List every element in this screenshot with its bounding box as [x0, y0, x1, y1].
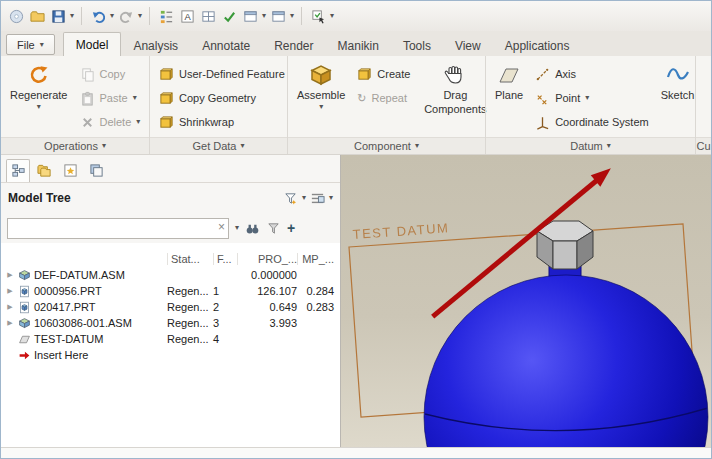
expand-all-icon[interactable]: +: [287, 220, 295, 236]
axis-button[interactable]: Axis: [530, 63, 654, 85]
tree-filters-icon[interactable]: [283, 191, 298, 206]
open-button[interactable]: [28, 7, 46, 25]
tab-tools[interactable]: Tools: [391, 35, 443, 56]
tab-annotate[interactable]: Annotate: [190, 35, 262, 56]
assemble-icon: [309, 63, 333, 87]
expand-toggle[interactable]: ▶: [5, 287, 15, 295]
tree-item-label[interactable]: TEST-DATUM: [34, 333, 103, 345]
dropdown-caret: ▾: [241, 142, 245, 150]
tree-row-insert-here[interactable]: Insert Here: [1, 347, 340, 363]
datum-group-label[interactable]: Datum▾: [486, 137, 695, 154]
new-window-button[interactable]: [241, 7, 259, 25]
settings-dropdown-caret[interactable]: ▾: [329, 194, 333, 202]
paste-button[interactable]: Paste ▾: [75, 87, 146, 109]
tree-item-label[interactable]: 020417.PRT: [34, 301, 96, 313]
switch-window-button[interactable]: [269, 7, 287, 25]
tree-settings-icon[interactable]: [310, 191, 325, 206]
layers-tab[interactable]: [84, 159, 108, 182]
switch-window-dropdown-caret[interactable]: ▾: [290, 12, 294, 20]
shrinkwrap-button[interactable]: Shrinkwrap: [154, 111, 290, 133]
create-button[interactable]: Create: [352, 63, 415, 85]
tab-view[interactable]: View: [443, 35, 493, 56]
undo-dropdown-caret[interactable]: ▾: [110, 12, 114, 20]
model-tree-tab[interactable]: [6, 159, 30, 182]
window-dropdown-caret[interactable]: ▾: [262, 12, 266, 20]
clear-search-icon[interactable]: ×: [218, 221, 225, 233]
model-tree-header: Model Tree ▾ ▾: [1, 183, 340, 213]
verify-button[interactable]: [220, 7, 238, 25]
sphere-part[interactable]: [424, 275, 708, 447]
dropdown-caret: ▾: [133, 94, 137, 102]
filters-dropdown-caret[interactable]: ▾: [302, 194, 306, 202]
drag-components-button[interactable]: Drag Components: [417, 59, 493, 133]
selection-filter-button[interactable]: [309, 7, 327, 25]
tree-column-header[interactable]: Stat... F... PRO_... MP_...: [1, 251, 340, 267]
window-icon: [243, 9, 258, 24]
tab-manikin[interactable]: Manikin: [326, 35, 391, 56]
tree-row[interactable]: ▶ DEF-DATUM.ASM 0.000000: [1, 267, 340, 283]
repeat-button[interactable]: ↻ Repeat: [352, 87, 415, 109]
expand-toggle[interactable]: ▶: [5, 271, 15, 279]
delete-button[interactable]: Delete ▾: [75, 111, 146, 133]
hex-nut[interactable]: [537, 221, 593, 269]
tab-analysis[interactable]: Analysis: [121, 35, 190, 56]
dropdown-caret: ▾: [585, 94, 589, 102]
tree-item-label[interactable]: DEF-DATUM.ASM: [34, 269, 125, 281]
tab-model[interactable]: Model: [63, 32, 122, 56]
filter-icon[interactable]: [266, 221, 281, 236]
favorites-tab[interactable]: [58, 159, 82, 182]
check-icon: [222, 9, 237, 24]
assemble-button[interactable]: Assemble ▾: [292, 59, 350, 133]
tree-item-label[interactable]: Insert Here: [34, 349, 88, 361]
window-icon: [271, 9, 286, 24]
udf-icon: [159, 67, 174, 82]
tree-item-label[interactable]: 0000956.PRT: [34, 285, 102, 297]
window-grid-button[interactable]: [199, 7, 217, 25]
undo-button[interactable]: [89, 7, 107, 25]
coordinate-system-label: Coordinate System: [555, 116, 649, 128]
regenerate-label: Regenerate: [10, 89, 68, 101]
file-menu-button[interactable]: File ▾: [6, 34, 55, 55]
sketch-button[interactable]: Sketch: [656, 59, 700, 133]
save-button[interactable]: [49, 7, 67, 25]
layers-icon: [89, 163, 104, 178]
tab-applications[interactable]: Applications: [493, 35, 582, 56]
copy-label: Copy: [100, 68, 126, 80]
save-dropdown-caret[interactable]: ▾: [70, 12, 74, 20]
point-label: Point: [555, 92, 580, 104]
find-icon[interactable]: [245, 221, 260, 236]
selection-dropdown-caret[interactable]: ▾: [330, 12, 334, 20]
folder-browser-tab[interactable]: [32, 159, 56, 182]
tree-row[interactable]: ▶ 10603086-001.ASM Regen... 3 3.993: [1, 315, 340, 331]
copy-button[interactable]: Copy: [75, 63, 146, 85]
graphics-viewport[interactable]: TEST DATUM: [341, 155, 711, 447]
redo-dropdown-caret[interactable]: ▾: [138, 12, 142, 20]
expand-toggle[interactable]: ▶: [5, 303, 15, 311]
annotations-button[interactable]: [178, 7, 196, 25]
repeat-icon: ↻: [357, 92, 366, 105]
search-options-caret[interactable]: ▾: [235, 224, 239, 232]
tree-row[interactable]: ▶ 0000956.PRT Regen... 1 126.107 0.284: [1, 283, 340, 299]
user-defined-feature-button[interactable]: User-Defined Feature: [154, 63, 290, 85]
get-data-group-label[interactable]: Get Data▾: [150, 137, 287, 154]
tree-search-input[interactable]: [7, 218, 229, 239]
coordinate-system-button[interactable]: Coordinate System: [530, 111, 654, 133]
point-button[interactable]: Point ▾: [530, 87, 654, 109]
tree-row[interactable]: TEST-DATUM Regen... 4: [1, 331, 340, 347]
undo-icon: [91, 9, 106, 24]
component-group-label[interactable]: Component▾: [288, 137, 485, 154]
tree-row[interactable]: ▶ 020417.PRT Regen... 2 0.649 0.283: [1, 299, 340, 315]
view-manager-icon[interactable]: [7, 7, 25, 25]
tree-item-label[interactable]: 10603086-001.ASM: [34, 317, 132, 329]
tab-render[interactable]: Render: [262, 35, 325, 56]
copy-geometry-button[interactable]: Copy Geometry: [154, 87, 290, 109]
operations-group-label[interactable]: Operations▾: [1, 137, 149, 154]
ribbon-tab-bar: File ▾ Model Analysis Annotate Render Ma…: [1, 31, 711, 56]
redo-button[interactable]: [117, 7, 135, 25]
regenerate-manager-button[interactable]: [157, 7, 175, 25]
datum-plane-tag[interactable]: TEST DATUM: [352, 220, 450, 242]
regenerate-button[interactable]: Regenerate ▾: [5, 59, 73, 133]
next-group-label[interactable]: Cu: [696, 137, 711, 154]
plane-button[interactable]: Plane: [490, 59, 528, 133]
expand-toggle[interactable]: ▶: [5, 319, 15, 327]
